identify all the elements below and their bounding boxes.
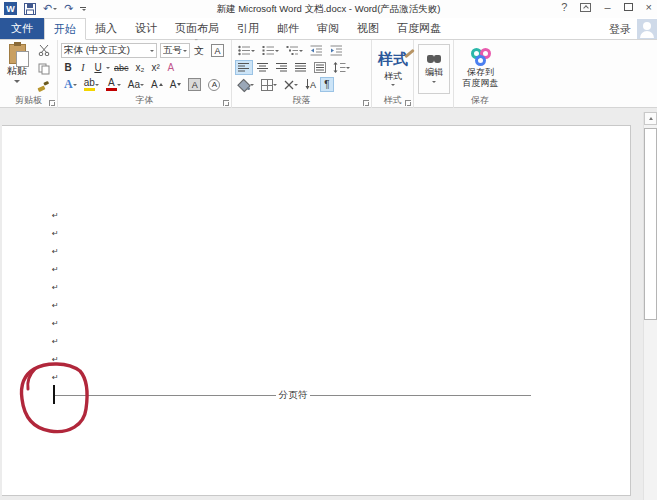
bullets-dropdown-icon bbox=[251, 50, 255, 52]
decrease-indent-button[interactable] bbox=[307, 43, 326, 58]
justify-button[interactable] bbox=[292, 60, 310, 75]
scroll-up-icon bbox=[649, 117, 653, 120]
tab-view[interactable]: 视图 bbox=[348, 18, 388, 39]
tab-file[interactable]: 文件 bbox=[0, 18, 44, 39]
cut-button[interactable] bbox=[34, 43, 53, 58]
highlight-button[interactable]: ab bbox=[81, 77, 102, 92]
customize-qat-button[interactable] bbox=[80, 7, 86, 11]
quick-access-toolbar: W ↶ ↷ bbox=[4, 2, 86, 15]
user-avatar-icon[interactable] bbox=[637, 19, 657, 39]
character-shading-button[interactable]: A bbox=[185, 77, 204, 92]
pinyin-icon[interactable]: A bbox=[164, 60, 178, 75]
font-name-combo[interactable]: 宋体 (中文正文) bbox=[61, 43, 157, 58]
change-case-icon: Aa bbox=[128, 79, 140, 90]
align-center-button[interactable] bbox=[254, 60, 272, 75]
borders-button[interactable] bbox=[258, 77, 280, 92]
grow-font-button[interactable]: A bbox=[148, 77, 166, 92]
character-border-icon: A bbox=[211, 44, 224, 57]
tab-references[interactable]: 引用 bbox=[228, 18, 268, 39]
clipboard-tools bbox=[34, 43, 53, 94]
character-shading-icon: A bbox=[188, 78, 201, 91]
minimize-button[interactable]: – bbox=[604, 1, 610, 13]
scroll-up-button[interactable] bbox=[644, 112, 657, 125]
account-area: 登录 bbox=[609, 18, 657, 40]
distribute-icon bbox=[314, 62, 326, 73]
word-logo-icon[interactable]: W bbox=[4, 2, 17, 15]
bold-button[interactable]: B bbox=[61, 60, 75, 75]
borders-icon bbox=[261, 79, 273, 91]
enclose-characters-button[interactable]: A bbox=[205, 77, 223, 92]
asian-layout-button[interactable] bbox=[281, 77, 301, 92]
multilevel-list-button[interactable] bbox=[283, 43, 306, 58]
font-name-dropdown-icon bbox=[150, 50, 154, 52]
baidu-netdisk-icon bbox=[471, 48, 491, 66]
align-left-button[interactable] bbox=[235, 60, 253, 75]
editing-button[interactable]: 编辑 bbox=[418, 44, 450, 94]
text-effects-button[interactable]: A bbox=[61, 77, 80, 92]
bullets-button[interactable] bbox=[235, 43, 258, 58]
help-button[interactable]: ? bbox=[561, 1, 567, 13]
tab-design[interactable]: 设计 bbox=[126, 18, 166, 39]
highlight-color-bar bbox=[84, 88, 95, 91]
font-color-button[interactable]: A bbox=[103, 77, 124, 92]
editing-button-label: 编辑 bbox=[425, 66, 443, 79]
document-page[interactable]: ↵ ↵ ↵ ↵ ↵ ↵ ↵ ↵ ↵ ↵ 分页符 bbox=[2, 125, 631, 496]
close-button[interactable]: × bbox=[646, 1, 652, 13]
copy-button[interactable] bbox=[34, 61, 53, 76]
styles-button[interactable]: 样式 样式 bbox=[376, 44, 410, 92]
sort-button[interactable]: A bbox=[302, 77, 319, 92]
subscript-button[interactable]: x₂ bbox=[133, 60, 148, 75]
font-color-icon: A bbox=[106, 79, 117, 91]
change-case-button[interactable]: Aa bbox=[125, 77, 147, 92]
save-to-baidu-button[interactable]: 保存到 百度网盘 bbox=[458, 43, 504, 93]
align-left-icon bbox=[238, 62, 250, 73]
character-border-button[interactable]: A bbox=[208, 43, 227, 58]
align-right-button[interactable] bbox=[273, 60, 291, 75]
vertical-scrollbar[interactable] bbox=[643, 112, 657, 500]
tab-page-layout[interactable]: 页面布局 bbox=[166, 18, 228, 39]
styles-dialog-launcher[interactable] bbox=[405, 100, 411, 106]
clipboard-dialog-launcher[interactable] bbox=[49, 100, 55, 106]
save-group-label: 保存 bbox=[454, 94, 506, 107]
tab-mailings[interactable]: 邮件 bbox=[268, 18, 308, 39]
underline-button[interactable]: U bbox=[91, 60, 105, 75]
scrollbar-thumb[interactable] bbox=[644, 128, 657, 320]
tab-insert[interactable]: 插入 bbox=[86, 18, 126, 39]
paragraph-mark: ↵ bbox=[52, 243, 59, 261]
font-color-bar bbox=[106, 88, 117, 91]
numbering-button[interactable] bbox=[259, 43, 282, 58]
sort-letter: A bbox=[310, 80, 316, 90]
increase-indent-button[interactable] bbox=[327, 43, 346, 58]
format-painter-icon bbox=[37, 81, 50, 92]
font-dialog-launcher[interactable] bbox=[223, 100, 229, 106]
phonetic-guide-button[interactable]: 文 bbox=[191, 43, 207, 58]
paste-dropdown-icon bbox=[14, 80, 20, 83]
italic-button[interactable]: I bbox=[76, 60, 90, 75]
superscript-button[interactable]: x² bbox=[148, 60, 162, 75]
distribute-button[interactable] bbox=[311, 60, 329, 75]
paste-button[interactable]: 粘贴 bbox=[4, 44, 30, 92]
strikethrough-button[interactable]: abc bbox=[111, 60, 132, 75]
maximize-button[interactable] bbox=[624, 3, 633, 11]
paragraph-dialog-launcher[interactable] bbox=[363, 100, 369, 106]
font-name-value: 宋体 (中文正文) bbox=[64, 44, 150, 57]
tab-baidu-netdisk[interactable]: 百度网盘 bbox=[388, 18, 450, 39]
paragraph-mark: ↵ bbox=[52, 261, 59, 279]
tab-review[interactable]: 审阅 bbox=[308, 18, 348, 39]
tab-home[interactable]: 开始 bbox=[44, 18, 86, 40]
shrink-font-button[interactable]: A bbox=[167, 77, 185, 92]
underline-dropdown-icon[interactable] bbox=[106, 67, 110, 69]
font-size-combo[interactable]: 五号 bbox=[160, 43, 190, 58]
line-spacing-button[interactable] bbox=[330, 60, 353, 75]
format-painter-button[interactable] bbox=[34, 79, 53, 94]
redo-button[interactable]: ↷ bbox=[64, 2, 73, 15]
undo-button[interactable]: ↶ bbox=[43, 2, 57, 15]
document-canvas: ↵ ↵ ↵ ↵ ↵ ↵ ↵ ↵ ↵ ↵ 分页符 bbox=[0, 108, 657, 500]
ribbon-display-options-button[interactable] bbox=[580, 3, 591, 12]
sign-in-link[interactable]: 登录 bbox=[609, 22, 631, 37]
paragraph-mark: ↵ bbox=[52, 333, 59, 351]
save-button[interactable] bbox=[24, 3, 36, 15]
show-hide-marks-button[interactable]: ¶ bbox=[320, 77, 334, 92]
paragraph-group: A ¶ 段落 bbox=[232, 40, 372, 108]
shading-button[interactable] bbox=[235, 77, 257, 92]
